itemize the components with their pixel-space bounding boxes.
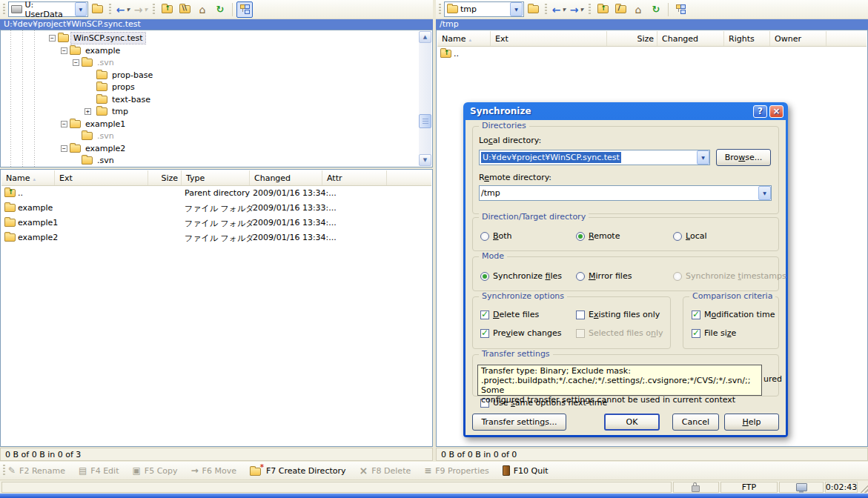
checkbox-file-size[interactable]: File size (692, 328, 736, 338)
cancel-button[interactable]: Cancel (672, 414, 719, 431)
toolbar-grip[interactable] (3, 4, 5, 16)
file-row[interactable]: example1 ファイル フォルダ 2009/01/16 13:34:... (1, 216, 431, 230)
tree-item[interactable]: .svn (1, 130, 432, 142)
ok-button[interactable]: OK (604, 414, 660, 431)
toolbar-grip[interactable] (3, 465, 5, 477)
column-header-type[interactable]: Type (182, 170, 250, 185)
dialog-title-bar[interactable]: Synchronize (466, 102, 786, 120)
collapse-icon[interactable] (61, 121, 67, 127)
chevron-down-icon[interactable] (127, 7, 130, 12)
radio-local[interactable]: Local (673, 231, 707, 241)
file-row-parent[interactable]: .. Parent directory 2009/01/16 13:34:... (1, 187, 431, 200)
tree-item[interactable]: props (1, 82, 432, 93)
tree-item[interactable]: example1 (1, 119, 432, 130)
chevron-down-icon[interactable] (510, 2, 523, 16)
collapse-icon[interactable] (61, 47, 67, 54)
protocol-cell[interactable]: FTP (720, 482, 778, 493)
radio-both[interactable]: Both (480, 231, 512, 241)
column-header-size[interactable]: Size (148, 170, 182, 185)
tree-item[interactable]: prop-base (1, 70, 432, 82)
open-directory-button[interactable] (89, 1, 105, 18)
parent-directory-button[interactable] (159, 1, 175, 18)
f7-create-directory-button[interactable]: F7 Create Directory (250, 466, 346, 476)
properties-icon (424, 466, 431, 475)
tree-item[interactable]: example2 (1, 143, 432, 155)
back-button[interactable] (551, 1, 567, 18)
checkbox-preview-changes[interactable]: Preview changes (480, 328, 562, 338)
home-directory-button[interactable] (630, 1, 646, 18)
refresh-button[interactable] (212, 1, 228, 18)
forward-button[interactable] (569, 1, 585, 18)
collapse-icon[interactable] (61, 145, 67, 152)
parent-directory-button[interactable] (594, 1, 611, 18)
toolbar-grip[interactable] (109, 4, 111, 16)
scrollbar-thumb[interactable] (419, 114, 431, 128)
checkbox-existing-files-only[interactable]: Existing files only (576, 310, 660, 319)
refresh-button[interactable] (648, 1, 664, 18)
radio-synchronize-files[interactable]: Synchronize files (480, 271, 562, 281)
toolbar-grip[interactable] (545, 4, 547, 16)
column-header-changed[interactable]: Changed (657, 31, 724, 46)
transfer-settings-button[interactable]: Transfer settings... (472, 414, 566, 431)
root-directory-button[interactable] (612, 1, 629, 18)
remote-dir-combo[interactable]: tmp (444, 1, 524, 17)
expand-icon[interactable] (85, 108, 91, 115)
radio-remote[interactable]: Remote (576, 231, 620, 241)
open-directory-button[interactable] (525, 1, 541, 18)
tree-item[interactable]: .svn (1, 155, 432, 167)
drive-combo[interactable]: U: UserData (8, 1, 88, 17)
root-directory-button[interactable] (176, 1, 193, 18)
checkbox-delete-files[interactable]: Delete files (480, 310, 539, 319)
tree-item[interactable]: example (1, 45, 432, 57)
column-header-name[interactable]: Name (437, 31, 491, 46)
collapse-icon[interactable] (49, 35, 56, 42)
file-row-parent[interactable]: .. (437, 47, 867, 61)
local-directory-combo[interactable]: U:¥dev¥project¥WinSCP.sync.test (479, 150, 710, 165)
tree-item[interactable]: tmp (1, 106, 432, 118)
column-header-name[interactable]: Name (1, 170, 55, 185)
remote-directory-combo[interactable]: /tmp (479, 185, 772, 201)
checkbox-modification-time[interactable]: Modification time (692, 310, 775, 319)
tree-item[interactable]: text-base (1, 94, 432, 106)
scroll-up-icon[interactable] (419, 31, 431, 43)
local-path-bar[interactable]: U:¥dev¥project¥WinSCP.sync.test (0, 19, 433, 30)
dialog-help-icon[interactable] (753, 105, 767, 118)
tree-view-toggle-button[interactable] (236, 1, 253, 18)
back-button[interactable] (115, 1, 131, 18)
toolbar-grip[interactable] (589, 4, 591, 16)
column-header-owner[interactable]: Owner (770, 31, 826, 46)
tree-scrollbar[interactable] (419, 31, 431, 166)
tree-view-toggle-button[interactable] (672, 1, 689, 18)
chevron-down-icon[interactable] (580, 7, 584, 12)
scroll-down-icon[interactable] (419, 154, 431, 166)
column-header-size[interactable]: Size (607, 31, 657, 46)
resize-grip[interactable] (859, 483, 868, 493)
tree-item[interactable]: WinSCP.sync.test (1, 33, 432, 44)
chevron-down-icon[interactable] (563, 7, 566, 12)
browse-button[interactable]: Browse... (716, 149, 771, 166)
column-header-rights[interactable]: Rights (724, 31, 770, 46)
toolbar-grip[interactable] (439, 4, 441, 16)
forward-button[interactable] (133, 1, 149, 18)
file-row[interactable]: example ファイル フォルダ 2009/01/16 13:33:... (1, 202, 431, 215)
f10-quit-button[interactable]: F10 Quit (503, 465, 549, 476)
radio-mirror-files[interactable]: Mirror files (576, 271, 632, 281)
tree-item[interactable]: .svn (1, 57, 432, 69)
home-directory-button[interactable] (194, 1, 211, 18)
chevron-down-icon[interactable] (75, 2, 87, 16)
chevron-down-icon[interactable] (697, 150, 709, 165)
help-button[interactable]: Help (724, 414, 779, 431)
connection-cell[interactable] (779, 482, 824, 493)
column-header-changed[interactable]: Changed (250, 170, 322, 185)
checkbox-icon (576, 311, 585, 319)
column-header-ext[interactable]: Ext (55, 170, 148, 185)
column-header-ext[interactable]: Ext (491, 31, 607, 46)
close-icon[interactable] (769, 105, 783, 118)
collapse-icon[interactable] (73, 59, 79, 66)
session-time-cell: 0:02:43 (825, 482, 858, 493)
toolbar-grip[interactable] (153, 4, 155, 16)
column-header-attr[interactable]: Attr (322, 170, 387, 185)
remote-path-bar[interactable]: /tmp (436, 19, 868, 30)
file-row[interactable]: example2 ファイル フォルダ 2009/01/16 13:34:... (1, 231, 431, 245)
chevron-down-icon[interactable] (758, 186, 771, 200)
